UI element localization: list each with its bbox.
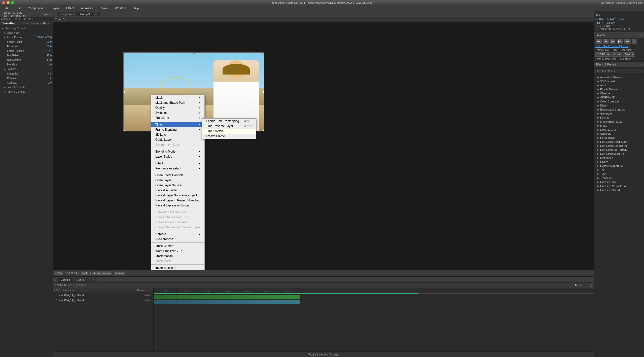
ep-time[interactable]: ▶Time <box>595 172 642 176</box>
tl-layer-1[interactable]: 1 ● ◉ D84_14_583.mp4 fx None <box>53 293 153 298</box>
shift-ram-preview-options[interactable]: Shift+RAM Preview Options ▾ <box>595 45 642 48</box>
submenu-freeze-frame[interactable]: Freeze Frame <box>202 134 256 139</box>
ctx-invert-selection[interactable]: Invert Selection <box>151 265 204 270</box>
frame-rate-select[interactable]: (23.98) <box>595 52 611 57</box>
tl-btn3[interactable]: ◫ <box>589 284 593 287</box>
preview-last-frame[interactable]: ⏭ <box>624 39 631 44</box>
ep-blur-sharpen[interactable]: ▶Blur & Sharpen <box>595 87 642 91</box>
timeline-tab-x[interactable]: × <box>90 278 97 282</box>
menu-file[interactable]: File <box>2 6 10 11</box>
project-tab[interactable]: Project <box>43 13 51 16</box>
ep-simulation[interactable]: ▶Simulation <box>595 156 642 160</box>
ep-stylize[interactable]: ▶Stylize <box>595 160 642 164</box>
menu-view[interactable]: View <box>100 6 110 11</box>
ctx-transform[interactable]: Transform ▶ <box>151 115 204 120</box>
submenu-time-stretch[interactable]: Time Stretch... <box>202 129 256 134</box>
ctx-layer-styles[interactable]: Layer Styles ▶ <box>151 154 204 159</box>
resolution-select[interactable]: Half <box>81 271 89 275</box>
ep-color-correction[interactable]: ▶Color Correction <box>595 99 642 103</box>
ep-cinema4d[interactable]: ▶CINEMA 4D <box>595 95 642 99</box>
ctx-track-camera[interactable]: Track Camera <box>151 243 204 248</box>
ctx-camera[interactable]: Camera ▶ <box>151 232 204 237</box>
ctx-reveal-expression-errors[interactable]: Reveal Expression Errors <box>151 203 204 208</box>
timeline-tab-comp4[interactable]: Comp 4 <box>74 278 89 282</box>
ec-focus-width[interactable]: Focus Width 100.0 <box>0 44 53 49</box>
ep-red-giant-denoiser[interactable]: ▶Red Giant Denoiser II <box>595 144 642 148</box>
ctx-open-effect-controls[interactable]: Open Effect Controls <box>151 173 204 178</box>
ep-universe-crumplepop[interactable]: ▶Universe CrumplePop <box>595 184 642 188</box>
ep-universe-distort[interactable]: ▶Universe Distort <box>595 188 642 192</box>
ep-perspective[interactable]: ▶Perspective <box>595 136 642 140</box>
menu-edit[interactable]: Edit <box>14 6 22 11</box>
ep-red-giant-missfire[interactable]: ▶Red Giant MissFire <box>595 152 642 156</box>
ec-focus-rotation[interactable]: Focus Rotation 41 <box>0 49 53 53</box>
ec-blur-gain[interactable]: Blur Gain 1.0 <box>0 62 53 67</box>
ep-red-giant-color-suite[interactable]: ▶Red Giant Color Suite <box>595 140 642 144</box>
layer1-visibility[interactable]: ● <box>58 294 60 297</box>
layer1-audio[interactable]: ◉ <box>61 294 63 297</box>
effects-search-input[interactable] <box>595 69 642 73</box>
menu-effect[interactable]: Effect <box>65 6 75 11</box>
ec-focus-position[interactable]: ▶ Focus Position 1194.0, 450.0 <box>0 35 53 40</box>
minimize-button[interactable] <box>7 1 10 4</box>
menu-animation[interactable]: Animation <box>79 6 96 11</box>
menu-window[interactable]: Window <box>113 6 127 11</box>
timeline-tab-comp3[interactable]: Comp 3 <box>58 278 73 282</box>
premium-btn[interactable]: Premium <box>31 22 41 25</box>
ep-generate[interactable]: ▶Generate <box>595 112 642 116</box>
preview-step-fwd[interactable]: ▶| <box>617 39 623 44</box>
comp-tab-x[interactable]: × <box>93 12 99 16</box>
tl-clip-1[interactable] <box>154 295 300 299</box>
maximize-button[interactable] <box>11 1 14 4</box>
ep-transition[interactable]: ▶Transition <box>595 176 642 180</box>
tl-layer-2[interactable]: 2 ● ◉ D84_14_583.mp4 fx None <box>53 298 153 303</box>
ep-obsolete[interactable]: ▶Obsolete <box>595 132 642 136</box>
ep-keying[interactable]: ▶Keying <box>595 116 642 120</box>
ctx-blending-mode[interactable]: Blending Mode ▶ <box>151 149 204 154</box>
tl-btn2[interactable]: ⬚ <box>584 284 588 287</box>
resolution-select[interactable]: Auto <box>623 52 635 57</box>
preview-audio[interactable]: ♪ <box>632 39 637 44</box>
ctx-3d-layer[interactable]: 3D Layer <box>151 132 204 137</box>
comp-tab-comp3[interactable]: Comp 3 <box>78 12 93 16</box>
ep-animation-presets[interactable]: ▶Animation Presets <box>595 75 642 79</box>
layer2-audio[interactable]: ◉ <box>61 299 63 302</box>
ctx-reveal-layer-source-in-project[interactable]: Reveal Layer Source in Project <box>151 193 204 198</box>
ec-focus-height[interactable]: Focus Height 100.0 <box>0 40 53 44</box>
ctx-switches[interactable]: Switches ▶ <box>151 110 204 115</box>
search-help[interactable]: Search Help <box>627 1 642 4</box>
ctx-reveal-in-finder[interactable]: Reveal in Finder <box>151 188 204 193</box>
menu-help[interactable]: Help <box>131 6 140 11</box>
ep-3d-channel[interactable]: ▶3D Channel <box>595 79 642 83</box>
ctx-quality[interactable]: Quality ▶ <box>151 105 204 110</box>
toggle-switches-modes[interactable]: Toggle Switches / Modes <box>308 353 339 356</box>
skip-select[interactable]: 0 <box>612 52 622 57</box>
ep-magic-bullet-suite[interactable]: ▶Magic Bullet Suite <box>595 120 642 124</box>
tl-search-btn[interactable]: 🔍 <box>574 284 578 287</box>
layer2-visibility[interactable]: ● <box>58 299 60 302</box>
tl-btn1[interactable]: ⚙ <box>579 284 583 287</box>
menu-layer[interactable]: Layer <box>50 6 61 11</box>
ctx-pre-compose[interactable]: Pre-compose... <box>151 237 204 242</box>
ctx-open-layer-source[interactable]: Open Layer Source <box>151 183 204 188</box>
about-btn[interactable]: About... <box>43 22 51 25</box>
preview-first-frame[interactable]: ⏮ <box>595 39 602 44</box>
ep-distort[interactable]: ▶Distort <box>595 103 642 108</box>
comp-tab-composition[interactable]: Composition <box>57 12 78 16</box>
ctx-open-layer[interactable]: Open Layer <box>151 178 204 183</box>
ec-contrast-check[interactable]: Contrast ✓ <box>0 76 53 80</box>
tl-clip-2[interactable] <box>154 300 300 304</box>
preview-play[interactable]: ▶ <box>610 39 616 44</box>
ctx-reveal-layer-in-project-flowchart[interactable]: Reveal Layer in Project Flowchart <box>151 198 204 203</box>
ep-expression-controls[interactable]: ▶Expression Controls <box>595 108 642 112</box>
ctx-mask[interactable]: Mask ▶ <box>151 95 204 100</box>
ctx-effect[interactable]: Effect ▶ <box>151 161 204 166</box>
menu-composition[interactable]: Composition <box>26 6 46 11</box>
ep-matte[interactable]: ▶Matte <box>595 124 642 128</box>
ctx-frame-blending[interactable]: Frame Blending ▶ <box>151 127 204 132</box>
ctx-track-motion[interactable]: Track Motion <box>151 254 204 259</box>
preview-step-back[interactable]: ◀ <box>603 39 609 44</box>
zoom-select[interactable]: 50% <box>55 271 63 275</box>
submenu-enable-time-remapping[interactable]: Enable Time Remapping ⌘⌥T <box>202 119 256 124</box>
ec-blur-amount[interactable]: Blur Amount 14.0 <box>0 58 53 62</box>
